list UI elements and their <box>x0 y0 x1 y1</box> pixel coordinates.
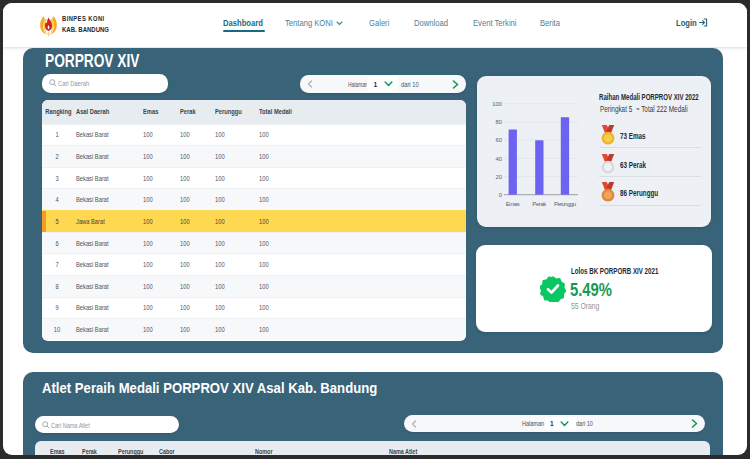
svg-text:Emas: Emas <box>506 201 520 207</box>
svg-text:60: 60 <box>496 137 502 143</box>
svg-text:Perak: Perak <box>532 201 547 207</box>
svg-text:80: 80 <box>496 119 502 125</box>
svg-text:0: 0 <box>499 192 502 198</box>
svg-text:Perunggu: Perunggu <box>554 201 576 207</box>
svg-text:40: 40 <box>496 156 502 162</box>
svg-text:100: 100 <box>492 101 502 107</box>
svg-text:20: 20 <box>496 174 502 180</box>
